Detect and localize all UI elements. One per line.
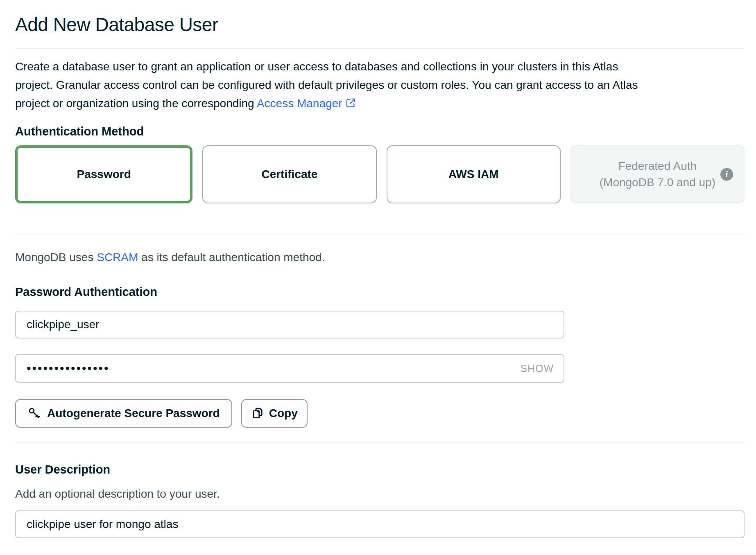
auth-card-certificate-label: Certificate [261, 168, 317, 181]
intro-line-1: Create a database user to grant an appli… [15, 57, 745, 76]
page-title: Add New Database User [15, 14, 745, 35]
external-link-icon [345, 97, 356, 108]
auth-card-password[interactable]: Password [15, 145, 192, 203]
user-description-subtext: Add an optional description to your user… [15, 487, 745, 501]
password-row: SHOW [15, 354, 564, 383]
divider [15, 442, 745, 443]
intro-paragraph: Create a database user to grant an appli… [15, 57, 745, 113]
scram-note: MongoDB uses SCRAM as its default authen… [15, 249, 745, 266]
username-input[interactable] [15, 311, 564, 338]
federated-auth-line-2: (MongoDB 7.0 and up) [600, 174, 715, 191]
intro-line-3: project or organization using the corres… [15, 94, 745, 113]
key-icon [27, 406, 41, 420]
divider [15, 48, 745, 49]
copy-button-label: Copy [269, 407, 298, 420]
auth-card-aws-iam[interactable]: AWS IAM [387, 145, 561, 203]
autogenerate-password-label: Autogenerate Secure Password [47, 407, 220, 420]
auth-card-aws-iam-label: AWS IAM [448, 168, 499, 181]
scram-note-after: as its default authentication method. [138, 251, 325, 264]
auth-card-certificate[interactable]: Certificate [202, 145, 376, 203]
password-authentication-heading: Password Authentication [15, 284, 745, 300]
add-database-user-page: Add New Database User Create a database … [0, 14, 756, 555]
auth-card-federated-auth-label: Federated Auth (MongoDB 7.0 and up) [600, 158, 715, 191]
scram-note-before: MongoDB uses [15, 251, 97, 264]
intro-line-2: project. Granular access control can be … [15, 76, 745, 94]
autogenerate-password-button[interactable]: Autogenerate Secure Password [15, 399, 232, 428]
user-description-heading: User Description [15, 461, 745, 478]
password-buttons-row: Autogenerate Secure Password Copy [15, 399, 745, 428]
authentication-method-heading: Authentication Method [15, 123, 745, 140]
show-password-toggle[interactable]: SHOW [520, 363, 554, 375]
scram-link[interactable]: SCRAM [97, 251, 138, 264]
copy-icon [251, 406, 265, 420]
auth-card-password-label: Password [77, 168, 131, 181]
copy-password-button[interactable]: Copy [241, 399, 308, 428]
auth-method-cards: Password Certificate AWS IAM Federated A… [15, 145, 745, 203]
password-input[interactable] [15, 354, 564, 383]
divider [15, 235, 745, 235]
access-manager-link[interactable]: Access Manager [257, 97, 357, 110]
intro-line-3-text: project or organization using the corres… [15, 97, 257, 110]
info-icon[interactable]: i [720, 168, 733, 181]
auth-card-federated-auth[interactable]: Federated Auth (MongoDB 7.0 and up) i [570, 145, 745, 203]
description-input[interactable] [15, 510, 745, 538]
federated-auth-line-1: Federated Auth [600, 158, 715, 174]
access-manager-link-label: Access Manager [257, 97, 342, 110]
